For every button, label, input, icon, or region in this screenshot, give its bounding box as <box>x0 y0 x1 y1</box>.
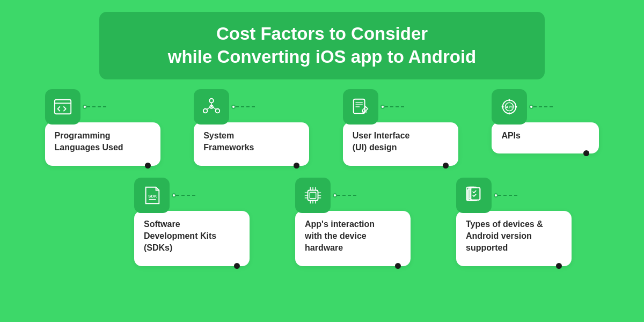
label-ui: User Interface(UI) design <box>353 130 449 154</box>
svg-line-8 <box>213 107 216 109</box>
svg-point-9 <box>211 106 213 107</box>
svg-rect-26 <box>310 192 316 198</box>
svg-rect-18 <box>509 99 510 101</box>
svg-rect-19 <box>509 112 510 114</box>
card-devices: Types of devices &Android versionsupport… <box>456 211 572 266</box>
svg-point-2 <box>209 99 214 103</box>
row1-container: ProgrammingLanguages Used <box>0 79 644 166</box>
factor-item-sdks: SDK SoftwareDevelopment Kits(SDKs) <box>134 178 252 266</box>
svg-rect-21 <box>515 106 517 107</box>
card-hardware: App's interactionwith the devicehardware <box>295 211 411 266</box>
svg-rect-44 <box>471 187 480 200</box>
svg-point-3 <box>203 109 208 113</box>
icon-box-programming <box>45 89 80 125</box>
icon-box-devices <box>456 178 492 213</box>
label-apis: APIs <box>501 130 589 142</box>
page-container: Cost Factors to Consider while Convertin… <box>0 0 644 322</box>
svg-rect-25 <box>308 190 318 200</box>
icon-box-sdks: SDK <box>134 178 170 213</box>
card-programming: ProgrammingLanguages Used <box>45 122 160 166</box>
card-sdks: SoftwareDevelopment Kits(SDKs) <box>134 211 250 266</box>
factor-item-ui: UI User Interface(UI) design <box>343 89 461 166</box>
factor-item-programming: ProgrammingLanguages Used <box>45 89 163 166</box>
label-devices: Types of devices &Android versionsupport… <box>466 218 562 254</box>
factor-item-devices: Types of devices &Android versionsupport… <box>456 178 574 266</box>
label-hardware: App's interactionwith the devicehardware <box>305 218 401 254</box>
icon-box-apis: API <box>492 89 527 125</box>
svg-rect-0 <box>54 99 70 114</box>
svg-text:SDK: SDK <box>148 193 157 198</box>
row2-container: SDK SoftwareDevelopment Kits(SDKs) <box>64 166 644 266</box>
icon-box-frameworks <box>194 89 229 125</box>
card-frameworks: SystemFrameworks <box>194 122 309 166</box>
svg-line-7 <box>207 107 210 109</box>
icon-box-hardware <box>295 178 331 213</box>
label-frameworks: SystemFrameworks <box>203 130 299 154</box>
factor-item-frameworks: SystemFrameworks <box>194 89 312 166</box>
label-programming: ProgrammingLanguages Used <box>55 130 151 154</box>
header-box: Cost Factors to Consider while Convertin… <box>99 12 545 79</box>
factor-item-hardware: App's interactionwith the devicehardware <box>295 178 413 266</box>
card-apis: APIs <box>492 122 599 153</box>
svg-text:API: API <box>506 105 513 109</box>
header-title: Cost Factors to Consider while Convertin… <box>126 23 518 69</box>
factor-item-apis: API APIs <box>492 89 599 153</box>
svg-rect-20 <box>502 106 504 107</box>
icon-box-ui: UI <box>343 89 378 125</box>
card-ui: User Interface(UI) design <box>343 122 458 166</box>
svg-point-4 <box>216 109 220 113</box>
label-sdks: SoftwareDevelopment Kits(SDKs) <box>144 218 240 254</box>
